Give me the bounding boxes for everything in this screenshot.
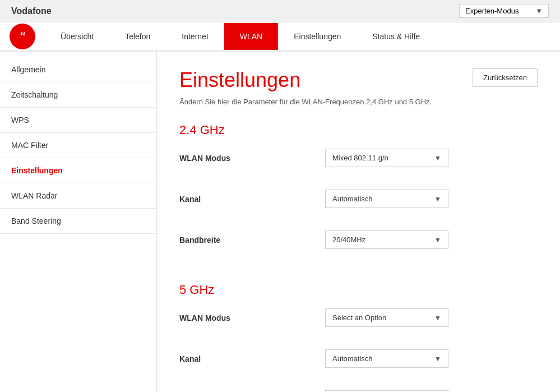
sidebar-item-mac-filter[interactable]: MAC Filter (0, 133, 156, 158)
select-wlan-modus-5[interactable]: Select an Option ▼ (325, 308, 448, 327)
section-5ghz-title: 5 GHz (179, 283, 538, 297)
select-wlan-modus-24-value: Mixed 802.11 g/n (332, 154, 388, 162)
label-kanal-5: Kanal (179, 354, 325, 363)
sidebar: Allgemein Zeitschaltung WPS MAC Filter E… (0, 52, 157, 392)
select-wlan-modus-5-chevron-icon: ▼ (434, 314, 441, 322)
nav-tab-einstellungen[interactable]: Einstellungen (278, 23, 357, 50)
section-5ghz: 5 GHz WLAN Modus Select an Option ▼ Kana… (179, 283, 538, 392)
select-bandbreite-24[interactable]: 20/40MHz ▼ (325, 230, 448, 249)
label-bandbreite-24: Bandbreite (179, 236, 325, 245)
label-kanal-24: Kanal (179, 195, 325, 204)
logo: “ (6, 22, 39, 50)
select-bandbreite-24-chevron-icon: ▼ (434, 236, 441, 244)
nav-tab-status[interactable]: Status & Hilfe (357, 23, 436, 50)
select-kanal-24-chevron-icon: ▼ (434, 195, 441, 203)
select-wlan-modus-24-chevron-icon: ▼ (434, 154, 441, 162)
select-bandbreite-24-value: 20/40MHz (332, 236, 365, 244)
sidebar-item-einstellungen[interactable]: Einstellungen (0, 158, 156, 183)
select-kanal-5[interactable]: Automatisch ▼ (325, 349, 448, 368)
label-wlan-modus-5: WLAN Modus (179, 313, 325, 322)
content-area: Einstellungen Zurücksetzen Ändern Sie hi… (157, 52, 560, 392)
form-row-bandbreite-24: Bandbreite 20/40MHz ▼ (179, 230, 538, 260)
form-row-kanal-5: Kanal Automatisch ▼ (179, 349, 538, 379)
reset-button[interactable]: Zurücksetzen (473, 68, 538, 87)
section-24ghz: 2.4 GHz WLAN Modus Mixed 802.11 g/n ▼ Ka… (179, 123, 538, 260)
sidebar-item-allgemein[interactable]: Allgemein (0, 57, 156, 82)
brand-name: Vodafone (11, 6, 52, 16)
section-separator (179, 271, 538, 283)
nav-tab-telefon[interactable]: Telefon (109, 23, 166, 50)
page-title: Einstellungen (179, 68, 300, 92)
expert-mode-select[interactable]: Experten-Modus ▼ (459, 4, 549, 18)
sidebar-item-band-steering[interactable]: Band Steering (0, 209, 156, 234)
select-kanal-24[interactable]: Automatisch ▼ (325, 190, 448, 208)
nav-bar: “ Übersicht Telefon Internet WLAN Einste… (0, 22, 560, 52)
nav-tab-internet[interactable]: Internet (166, 23, 224, 50)
vodafone-logo-circle: “ (10, 24, 35, 49)
expert-mode-chevron-icon: ▼ (535, 7, 543, 15)
select-kanal-5-value: Automatisch (332, 354, 373, 363)
label-wlan-modus-24: WLAN Modus (179, 154, 325, 163)
form-row-wlan-modus-5: WLAN Modus Select an Option ▼ (179, 308, 538, 338)
select-kanal-5-chevron-icon: ▼ (434, 355, 441, 363)
page-description: Ändern Sie hier die Parameter für die WL… (179, 98, 538, 106)
form-row-kanal-24: Kanal Automatisch ▼ (179, 190, 538, 219)
select-kanal-24-value: Automatisch (332, 195, 373, 203)
expert-mode-label: Experten-Modus (465, 7, 519, 15)
main-layout: Allgemein Zeitschaltung WPS MAC Filter E… (0, 52, 560, 392)
content-header: Einstellungen Zurücksetzen (179, 68, 538, 92)
form-row-wlan-modus-24: WLAN Modus Mixed 802.11 g/n ▼ (179, 149, 538, 178)
nav-tabs: Übersicht Telefon Internet WLAN Einstell… (45, 23, 560, 50)
vodafone-logo-mark: “ (20, 29, 26, 44)
sidebar-item-zeitschaltung[interactable]: Zeitschaltung (0, 82, 156, 108)
select-wlan-modus-5-value: Select an Option (332, 313, 386, 322)
sidebar-item-wlan-radar[interactable]: WLAN Radar (0, 183, 156, 209)
sidebar-item-wps[interactable]: WPS (0, 108, 156, 133)
section-24ghz-title: 2.4 GHz (179, 123, 538, 137)
nav-tab-wlan[interactable]: WLAN (224, 23, 278, 50)
top-bar: Vodafone Experten-Modus ▼ (0, 0, 560, 22)
select-wlan-modus-24[interactable]: Mixed 802.11 g/n ▼ (325, 149, 448, 167)
nav-tab-ubersicht[interactable]: Übersicht (45, 23, 109, 50)
